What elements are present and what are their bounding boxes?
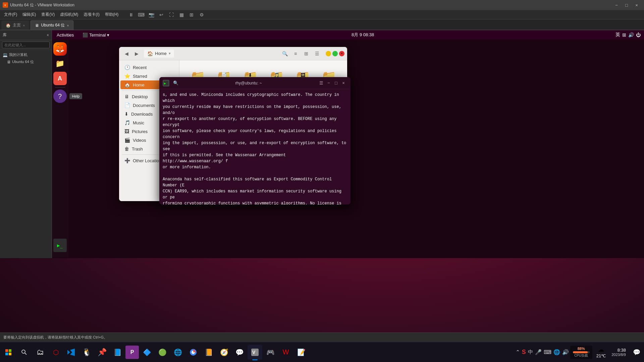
- vmware-fullscreen-button[interactable]: ⛶: [167, 11, 176, 18]
- ubuntu-tab-label: Ubuntu 64 位: [41, 22, 65, 28]
- library-tree-ubuntu[interactable]: 🖥 Ubuntu 64 位: [0, 58, 52, 65]
- volume-icon[interactable]: 🔊: [562, 349, 569, 355]
- svg-text:▶: ▶: [164, 81, 166, 85]
- vmware-revert-button[interactable]: ↩: [157, 11, 166, 18]
- dock-terminal[interactable]: ▶_: [53, 239, 67, 252]
- vmware-maximize-button[interactable]: □: [622, 1, 631, 9]
- taskbar-vmware[interactable]: V: [248, 345, 262, 360]
- fm-sidebar-recent[interactable]: 🕐 Recent: [120, 63, 178, 72]
- taskbar-icon-compass[interactable]: 🧭: [217, 345, 231, 360]
- vm-screen[interactable]: Activities ⬛ Terminal ▾ 8月 9 08:38 英 ⊞ 🔊…: [52, 30, 644, 258]
- library-panel: 库 × 💻 我的计算机 🖥 Ubuntu 64 位: [0, 30, 52, 258]
- vmware-tab-ubuntu[interactable]: 🖥 Ubuntu 64 位 ×: [31, 20, 73, 30]
- term-line-3: r re-export to another country, of encry…: [163, 116, 347, 128]
- appstore-icon: A: [58, 75, 62, 82]
- s-icon[interactable]: S: [522, 349, 526, 356]
- fm-maximize-button[interactable]: [332, 51, 338, 56]
- taskbar-icon-app2[interactable]: 🔷: [140, 345, 154, 360]
- taskbar-icon-app3[interactable]: 🟢: [155, 345, 170, 360]
- start-button[interactable]: [0, 342, 17, 362]
- fm-minimize-button[interactable]: [326, 51, 331, 56]
- dock-appstore[interactable]: A: [53, 72, 67, 85]
- taskbar-icon-purple[interactable]: P: [125, 346, 139, 359]
- library-search-input[interactable]: [2, 42, 50, 48]
- ubuntu-clock[interactable]: 8月 9 08:38: [113, 32, 612, 38]
- ubuntu-app-indicator[interactable]: ⬛ Terminal ▾: [78, 30, 113, 40]
- taskbar-icon-pin[interactable]: 📌: [95, 345, 109, 360]
- notification-icon[interactable]: 💬: [629, 345, 644, 360]
- system-clock[interactable]: 8:38 2023/8/9: [608, 348, 629, 357]
- ubuntu-network-icon[interactable]: ⊞: [622, 32, 626, 38]
- terminal-close-button[interactable]: ×: [340, 79, 347, 87]
- pictures-label: Pictures: [132, 129, 148, 134]
- taskbar-icon-game[interactable]: 🎮: [263, 345, 278, 360]
- library-title: 库: [3, 32, 7, 38]
- vmware-snapshot-button[interactable]: 📷: [147, 11, 156, 18]
- taskbar-icon-pingu[interactable]: 🐧: [79, 345, 94, 360]
- mic-icon[interactable]: 🎤: [535, 349, 542, 355]
- terminal-maximize-button[interactable]: □: [332, 79, 340, 87]
- taskbar-icon-book[interactable]: 📘: [110, 345, 125, 360]
- fm-close-button[interactable]: ×: [339, 51, 344, 56]
- menu-help[interactable]: 帮助(H): [102, 11, 121, 18]
- fm-back-button[interactable]: ◀: [122, 49, 131, 58]
- fm-location-bar[interactable]: 🏠 Home ▾: [144, 50, 174, 58]
- vmware-send-key-button[interactable]: ⌨: [137, 11, 146, 18]
- fm-forward-button[interactable]: ▶: [132, 49, 141, 58]
- starred-icon: ⭐: [124, 73, 130, 79]
- ubuntu-lang-icon[interactable]: 英: [615, 32, 620, 38]
- library-tree-my-computer[interactable]: 💻 我的计算机: [0, 51, 52, 58]
- vmware-close-button[interactable]: ×: [632, 1, 641, 9]
- menu-file[interactable]: 文件(F): [1, 11, 20, 18]
- videos-label: Videos: [133, 138, 146, 143]
- vmware-logo-icon: V: [3, 2, 8, 8]
- ubuntu-activities-button[interactable]: Activities: [52, 30, 78, 40]
- vmware-minimize-button[interactable]: −: [612, 1, 621, 9]
- fm-view-grid-button[interactable]: ⊞: [302, 49, 311, 58]
- term-line-4: ion software, please check your country'…: [163, 128, 347, 140]
- keyboard-icon[interactable]: ⌨: [544, 349, 551, 355]
- terminal-minimize-button[interactable]: −: [325, 79, 332, 87]
- vmware-view-button[interactable]: ⊞: [187, 11, 196, 18]
- taskbar-icon-chat[interactable]: 💬: [232, 345, 247, 360]
- dock-files[interactable]: 📁: [53, 57, 67, 70]
- menu-tabs[interactable]: 选项卡(I): [81, 11, 102, 18]
- fm-view-list-button[interactable]: ≡: [291, 49, 300, 58]
- taskbar-edge[interactable]: 🌐: [170, 345, 185, 360]
- ubuntu-tab-close[interactable]: ×: [67, 23, 69, 27]
- ubuntu-volume-icon[interactable]: 🔊: [628, 32, 634, 38]
- chinese-input-icon[interactable]: 中: [528, 349, 533, 355]
- taskbar-vscode[interactable]: [64, 345, 78, 360]
- menu-vm[interactable]: 虚拟机(M): [57, 11, 81, 18]
- trash-label: Trash: [132, 146, 143, 152]
- terminal-title: rhy@ubuntu: ~: [179, 81, 318, 85]
- term-line-2: you currently reside may have restrictio…: [163, 104, 347, 116]
- dock-firefox[interactable]: 🦊: [53, 42, 67, 56]
- ubuntu-power-icon[interactable]: ⏻: [636, 32, 641, 38]
- dock-help[interactable]: ? Help: [53, 89, 67, 103]
- taskbar-chrome[interactable]: [186, 345, 201, 360]
- vmware-unity-button[interactable]: ▦: [177, 11, 186, 18]
- menu-edit[interactable]: 编辑(E): [20, 11, 39, 18]
- terminal-search-button[interactable]: 🔍: [172, 79, 179, 87]
- search-button[interactable]: [17, 342, 32, 362]
- vmware-tab-home[interactable]: 🏠 主页 ×: [1, 20, 29, 30]
- vmware-pause-button[interactable]: ⏸: [126, 11, 136, 18]
- weather-widget[interactable]: ☁ 21℃: [594, 345, 608, 359]
- taskbar-file-explorer[interactable]: 🗂: [33, 345, 48, 360]
- fm-search-button[interactable]: 🔍: [280, 49, 289, 58]
- other-locations-label: Other Locations: [133, 158, 164, 163]
- terminal-menu-button[interactable]: ☰: [318, 79, 325, 87]
- fm-menu-button[interactable]: ☰: [312, 49, 322, 58]
- library-close-button[interactable]: ×: [47, 33, 49, 38]
- home-tab-close[interactable]: ×: [23, 23, 25, 27]
- taskbar-icons: 🗂 ⬡ 🐧 📌 📘 P 🔷 🟢 🌐 📙 🧭 💬 V 🎮 W 📝: [32, 345, 514, 360]
- vmware-prefs-button[interactable]: ⚙: [197, 11, 206, 18]
- taskbar-icon-yellow[interactable]: 📙: [201, 345, 216, 360]
- taskbar-icon-notes[interactable]: 📝: [294, 345, 309, 360]
- taskbar-wps[interactable]: W: [278, 345, 293, 360]
- network-icon[interactable]: 🌐: [553, 349, 560, 355]
- menu-view[interactable]: 查看(V): [39, 11, 57, 18]
- taskbar-icon-2[interactable]: ⬡: [48, 345, 63, 360]
- chevron-up-icon[interactable]: ⌃: [516, 349, 520, 355]
